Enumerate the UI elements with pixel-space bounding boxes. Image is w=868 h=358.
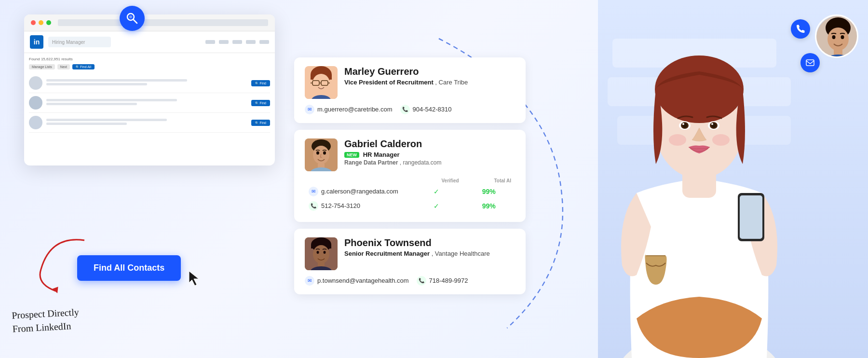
find-btn-1[interactable]: 🔍 Find bbox=[251, 80, 270, 86]
total-ai-header: Total AI bbox=[463, 177, 515, 184]
right-section bbox=[598, 0, 868, 358]
cursor bbox=[188, 270, 200, 285]
avatar-phoenix bbox=[305, 237, 338, 270]
svg-point-21 bbox=[323, 151, 326, 154]
contact-info-gabriel: Gabriel Calderon NEW HR Manager Range Da… bbox=[344, 138, 515, 166]
dot-red bbox=[31, 20, 36, 25]
marley-title: Vice President of Recruitment , Care Tri… bbox=[344, 79, 515, 86]
svg-point-29 bbox=[324, 251, 326, 254]
search-icon-top bbox=[120, 6, 145, 31]
woman-photo bbox=[598, 0, 810, 358]
next-btn[interactable]: Next bbox=[57, 64, 70, 69]
phone-icon: 📞 bbox=[417, 276, 426, 286]
gabriel-company: Range Data Partner , rangedata.com bbox=[344, 159, 515, 166]
left-section: in Hiring Manager Found 15,622,951 resul… bbox=[0, 0, 280, 358]
contact-header-gabriel: Gabriel Calderon NEW HR Manager Range Da… bbox=[305, 138, 515, 171]
dot-green bbox=[46, 20, 51, 25]
browser-titlebar bbox=[24, 14, 275, 31]
marley-email-detail: ✉ m.guerrero@caretribe.com bbox=[305, 105, 393, 114]
marley-phone-detail: 📞 904-542-8310 bbox=[400, 105, 452, 114]
man-photo bbox=[815, 14, 858, 58]
svg-rect-33 bbox=[834, 49, 842, 58]
manage-lists-btn[interactable]: Manage Lists bbox=[29, 64, 55, 69]
svg-point-35 bbox=[832, 35, 836, 39]
svg-point-32 bbox=[827, 28, 849, 51]
gabriel-name: Gabriel Calderon bbox=[344, 138, 515, 150]
find-all-btn-small[interactable]: 🔍 Find All bbox=[72, 64, 95, 69]
svg-rect-37 bbox=[806, 60, 814, 66]
email-connection-icon bbox=[800, 53, 820, 72]
svg-point-49 bbox=[711, 123, 713, 125]
email-icon: ✉ bbox=[309, 187, 318, 196]
avatar-marley bbox=[305, 66, 338, 99]
results-count: Found 15,622,951 results bbox=[29, 57, 270, 61]
phoenix-name: Phoenix Townsend bbox=[344, 237, 515, 248]
red-arrow bbox=[27, 231, 94, 300]
email-icon: ✉ bbox=[305, 276, 314, 286]
browser-mockup: in Hiring Manager Found 15,622,951 resul… bbox=[24, 14, 275, 165]
text-lines bbox=[46, 99, 247, 107]
contact-header-phoenix: Phoenix Townsend Senior Recruitment Mana… bbox=[305, 237, 515, 270]
phone-check: ✓ bbox=[434, 202, 439, 210]
linkedin-header: in Hiring Manager bbox=[24, 31, 275, 53]
phone-connection-icon bbox=[791, 19, 810, 39]
avatar-gabriel bbox=[305, 138, 338, 171]
gabriel-phone-row: 📞 512-754-3120 ✓ 99% bbox=[305, 199, 515, 213]
contact-header-marley: Marley Guerrero Vice President of Recrui… bbox=[305, 66, 515, 99]
svg-point-36 bbox=[841, 35, 844, 39]
svg-point-17 bbox=[313, 146, 329, 164]
result-row-2: 🔍 Find bbox=[29, 93, 270, 113]
dot-yellow bbox=[39, 20, 43, 25]
results-area: Found 15,622,951 results Manage Lists Ne… bbox=[24, 53, 275, 165]
find-btn-2[interactable]: 🔍 Find bbox=[251, 100, 270, 106]
avatar-placeholder bbox=[29, 116, 42, 129]
phone-icon: 📞 bbox=[400, 105, 410, 114]
prospect-text: Prospect Directly From LinkedIn bbox=[12, 305, 80, 335]
svg-point-25 bbox=[313, 245, 329, 263]
marley-name: Marley Guerrero bbox=[344, 66, 515, 77]
center-section: Marley Guerrero Vice President of Recrui… bbox=[280, 0, 598, 358]
email-check: ✓ bbox=[434, 188, 439, 195]
phoenix-title: Senior Recruitment Manager , Vantage Hea… bbox=[344, 250, 515, 257]
contact-card-marley: Marley Guerrero Vice President of Recrui… bbox=[294, 57, 526, 123]
email-icon: ✉ bbox=[305, 105, 314, 114]
result-row-3: 🔍 Find bbox=[29, 113, 270, 133]
gabriel-email-row: ✉ g.calerson@rangedata.com ✓ 99% bbox=[305, 184, 515, 199]
contact-info-marley: Marley Guerrero Vice President of Recrui… bbox=[344, 66, 515, 87]
phoenix-details: ✉ p.townsend@vantagehealth.com 📞 718-489… bbox=[305, 276, 515, 286]
phoenix-email-detail: ✉ p.townsend@vantagehealth.com bbox=[305, 276, 409, 286]
main-container: in Hiring Manager Found 15,622,951 resul… bbox=[0, 0, 868, 358]
result-row-1: 🔍 Find bbox=[29, 73, 270, 93]
gabriel-title: NEW HR Manager bbox=[344, 151, 515, 158]
svg-point-41 bbox=[655, 55, 744, 123]
marley-details: ✉ m.guerrero@caretribe.com 📞 904-542-831… bbox=[305, 105, 515, 114]
avatar-placeholder bbox=[29, 96, 42, 110]
svg-point-2 bbox=[129, 15, 132, 18]
contact-card-phoenix: Phoenix Townsend Senior Recruitment Mana… bbox=[294, 229, 526, 294]
contact-card-gabriel: Gabriel Calderon NEW HR Manager Range Da… bbox=[294, 130, 526, 222]
svg-point-51 bbox=[712, 134, 730, 146]
verified-header: Verified bbox=[410, 177, 463, 184]
verification-table: Verified Total AI ✉ g.calerson@rangedata… bbox=[305, 177, 515, 213]
svg-point-50 bbox=[669, 134, 686, 146]
svg-point-45 bbox=[682, 123, 684, 125]
nav-dots bbox=[205, 40, 269, 44]
search-text: Hiring Manager bbox=[52, 40, 85, 45]
avatar-placeholder bbox=[29, 76, 42, 90]
email-ai-percent: 99% bbox=[482, 188, 496, 195]
svg-point-28 bbox=[317, 251, 319, 254]
text-lines bbox=[46, 119, 247, 126]
linkedin-search: Hiring Manager bbox=[48, 37, 111, 47]
text-lines bbox=[46, 79, 247, 87]
phone-icon: 📞 bbox=[309, 201, 318, 211]
contact-info-phoenix: Phoenix Townsend Senior Recruitment Mana… bbox=[344, 237, 515, 258]
svg-point-20 bbox=[316, 151, 319, 154]
svg-line-1 bbox=[134, 20, 137, 24]
linkedin-logo: in bbox=[30, 35, 43, 49]
li-toolbar: Manage Lists Next 🔍 Find All bbox=[29, 64, 270, 69]
address-bar bbox=[58, 19, 268, 26]
spacer bbox=[29, 133, 270, 162]
phone-ai-percent: 99% bbox=[482, 202, 496, 210]
find-btn-3[interactable]: 🔍 Find bbox=[251, 120, 270, 126]
svg-rect-53 bbox=[740, 195, 762, 239]
